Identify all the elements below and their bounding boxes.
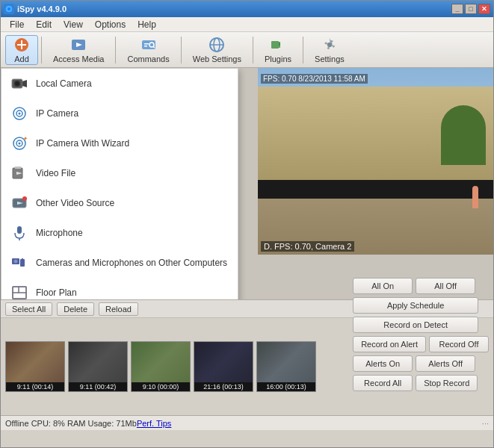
- svg-rect-45: [19, 287, 26, 293]
- scene-trees: [441, 105, 486, 165]
- svg-rect-18: [277, 46, 280, 47]
- status-dots: ···: [482, 419, 489, 428]
- dd-video-file-label: Video File: [36, 168, 75, 178]
- toolbar-access-media-button[interactable]: Access Media: [45, 35, 112, 65]
- rb-row-1: All On All Off: [353, 278, 489, 294]
- scene-person: [472, 186, 478, 208]
- svg-text:✦: ✦: [23, 136, 28, 141]
- menu-view[interactable]: View: [58, 18, 89, 31]
- all-off-button[interactable]: All Off: [416, 278, 475, 294]
- toolbar-add-button[interactable]: Add: [5, 35, 38, 65]
- svg-point-1: [7, 7, 10, 10]
- rb-row-6: Record All Stop Record: [353, 375, 489, 391]
- apply-schedule-button[interactable]: Apply Schedule: [353, 297, 478, 314]
- thumbnail-2[interactable]: 9:11 (00:42): [68, 341, 128, 392]
- window-title: iSpy v4.4.9.0: [17, 4, 451, 13]
- thumb-2-label: 9:11 (00:42): [69, 382, 127, 391]
- svg-rect-9: [144, 46, 147, 47]
- svg-point-29: [19, 143, 21, 145]
- title-bar: iSpy v4.4.9.0 _ □ ✕: [1, 1, 493, 17]
- dd-local-camera-label: Local Camera: [36, 78, 92, 89]
- record-on-detect-button[interactable]: Record on Detect: [353, 317, 478, 333]
- toolbar-web-settings-button[interactable]: Web Settings: [185, 35, 250, 65]
- toolbar-commands-button[interactable]: Commands: [119, 35, 177, 65]
- dd-ip-camera-wizard[interactable]: ✦ IP Camera With Wizard: [1, 128, 238, 158]
- svg-rect-44: [13, 287, 19, 293]
- thumbnail-5[interactable]: 16:00 (00:13): [256, 341, 316, 392]
- thumb-5-label: 16:00 (00:13): [257, 382, 315, 391]
- access-media-icon: [70, 37, 87, 53]
- svg-rect-4: [17, 44, 26, 46]
- status-text: Offline CPU: 8% RAM Usage: 71Mb: [5, 419, 137, 428]
- thumbnails-area: 9:11 (00:14) 9:11 (00:42) 9:10 (00:00) 2…: [1, 318, 493, 415]
- thumbnail-1[interactable]: 9:11 (00:14): [5, 341, 65, 392]
- thumbnail-3[interactable]: 9:10 (00:00): [131, 341, 191, 392]
- main-content: Local Camera IP Camera: [1, 68, 493, 299]
- toolbar-sep-5: [303, 37, 303, 63]
- toolbar-plugins-button[interactable]: Plugins: [256, 35, 300, 65]
- toolbar-sep-4: [253, 37, 253, 63]
- svg-marker-23: [22, 80, 27, 87]
- menu-options[interactable]: Options: [89, 18, 132, 31]
- reload-button[interactable]: Reload: [99, 302, 138, 316]
- all-on-button[interactable]: All On: [353, 278, 413, 294]
- window-controls: _ □ ✕: [451, 4, 490, 14]
- menu-file[interactable]: File: [4, 18, 30, 31]
- perf-tips-link[interactable]: Perf. Tips: [137, 419, 171, 428]
- select-all-button[interactable]: Select All: [5, 302, 52, 316]
- svg-point-40: [14, 260, 18, 264]
- alerts-on-button[interactable]: Alerts On: [353, 355, 413, 372]
- settings-icon: [321, 37, 338, 53]
- thumb-3-image: [132, 342, 190, 382]
- minimize-button[interactable]: _: [451, 4, 463, 14]
- record-on-alert-button[interactable]: Record on Alert: [353, 336, 426, 352]
- thumb-5-image: [257, 342, 315, 382]
- menu-help[interactable]: Help: [132, 18, 162, 31]
- thumb-4-image: [194, 342, 253, 382]
- record-off-button[interactable]: Record Off: [429, 336, 489, 352]
- stop-record-button[interactable]: Stop Record: [416, 375, 478, 391]
- dd-floor-plan-label: Floor Plan: [36, 287, 77, 298]
- close-button[interactable]: ✕: [478, 4, 490, 14]
- camera-bottom-info: D. FPS: 0.70, Camera 2: [261, 241, 354, 252]
- ip-camera-icon: [10, 105, 28, 122]
- rb-row-4: Record on Alert Record Off: [353, 336, 489, 352]
- toolbar-commands-label: Commands: [127, 55, 169, 63]
- toolbar-sep-1: [41, 37, 42, 63]
- delete-button[interactable]: Delete: [57, 302, 94, 316]
- dd-cameras-microphones[interactable]: Cameras and Microphones on Other Compute…: [1, 248, 238, 278]
- add-icon: [13, 37, 30, 53]
- ip-camera-wizard-icon: ✦: [10, 134, 28, 152]
- dd-ip-camera[interactable]: IP Camera: [1, 99, 238, 128]
- svg-rect-41: [20, 259, 25, 267]
- dd-floor-plan[interactable]: Floor Plan: [1, 278, 238, 299]
- thumb-3-label: 9:10 (00:00): [132, 382, 190, 391]
- web-settings-icon: [209, 37, 225, 53]
- svg-point-26: [19, 113, 21, 115]
- toolbar-access-media-label: Access Media: [53, 55, 104, 63]
- toolbar-settings-button[interactable]: Settings: [306, 35, 353, 65]
- menu-bar: File Edit View Options Help: [1, 17, 493, 32]
- camera-view: FPS: 0.70 8/23/2013 11:58 AM D. FPS: 0.7…: [258, 68, 493, 255]
- thumbnail-4[interactable]: 21:16 (00:13): [194, 341, 253, 392]
- toolbar-settings-label: Settings: [315, 55, 345, 63]
- alerts-off-button[interactable]: Alerts Off: [416, 355, 475, 372]
- local-camera-icon: [10, 75, 28, 93]
- maximize-button[interactable]: □: [465, 4, 477, 14]
- dd-other-video-source-label: Other Video Source: [36, 198, 114, 208]
- dd-microphone-label: Microphone: [36, 228, 83, 238]
- toolbar-sep-2: [115, 37, 116, 63]
- rb-row-2: Apply Schedule: [353, 297, 489, 314]
- dd-microphone[interactable]: Microphone: [1, 218, 238, 248]
- rb-row-5: Alerts On Alerts Off: [353, 355, 489, 372]
- thumb-1-label: 9:11 (00:14): [6, 382, 64, 391]
- dd-local-camera[interactable]: Local Camera: [1, 69, 238, 99]
- svg-rect-37: [17, 226, 22, 234]
- dd-other-video-source[interactable]: Other Video Source: [1, 188, 238, 218]
- other-video-source-icon: [10, 194, 28, 212]
- menu-edit[interactable]: Edit: [30, 18, 58, 31]
- dd-video-file[interactable]: Video File: [1, 158, 238, 188]
- status-bar: Offline CPU: 8% RAM Usage: 71Mb Perf. Ti…: [1, 415, 493, 430]
- record-all-button[interactable]: Record All: [353, 375, 413, 391]
- svg-rect-8: [144, 43, 149, 45]
